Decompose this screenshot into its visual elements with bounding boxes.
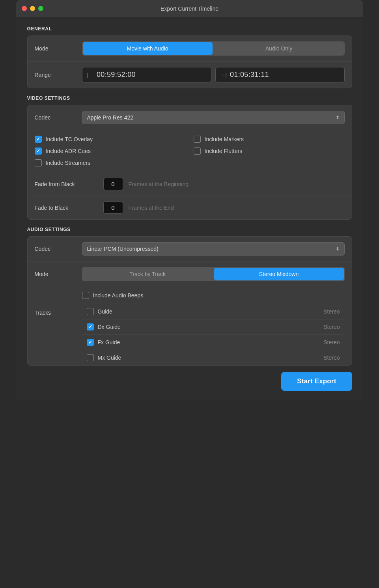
maximize-button[interactable] <box>38 6 43 11</box>
video-checkboxes-panel: ✓ Include TC Overlay Include Markers ✓ I… <box>28 130 352 172</box>
checkbox-adr-cues-check: ✓ <box>36 149 40 153</box>
audio-settings-panel: Codec Linear PCM (Uncompressed) ⬍ Mode T… <box>27 236 352 366</box>
track-dx-guide-left: ✓ Dx Guide <box>87 323 121 330</box>
checkbox-flutters[interactable]: Include Flutters <box>194 147 345 155</box>
checkbox-tc-overlay[interactable]: ✓ Include TC Overlay <box>35 136 186 143</box>
fade-from-black-desc: Frames at the Beginning <box>129 181 189 187</box>
checkbox-audio-beeps-label: Include Audio Beeps <box>93 292 144 299</box>
fade-to-black-row: Fade to Black 0 Frames at the End <box>28 196 352 219</box>
range-end-icon: →| <box>220 72 227 78</box>
track-guide-left: Guide <box>87 308 112 315</box>
checkbox-streamers-box[interactable] <box>35 159 42 166</box>
video-settings-panel: Codec Apple Pro Res 422 ⬍ ✓ Include TC O… <box>27 105 352 220</box>
checkbox-flutters-label: Include Flutters <box>205 148 243 154</box>
track-dx-guide: ✓ Dx Guide Stereo <box>82 319 345 335</box>
export-dialog: Export Current Timeline GENERAL Mode Mov… <box>16 0 363 400</box>
checkbox-adr-cues-box[interactable]: ✓ <box>35 147 42 155</box>
range-start-icon: |← <box>87 72 93 78</box>
checkbox-tc-overlay-check: ✓ <box>36 137 40 142</box>
fade-from-black-input[interactable]: 0 <box>103 178 123 190</box>
track-mx-guide-type: Stereo <box>323 355 340 361</box>
checkbox-flutters-box[interactable] <box>194 147 201 155</box>
tracks-row: Tracks Guide Stereo ✓ <box>28 304 352 365</box>
track-mx-guide: Mx Guide Stereo <box>82 350 345 365</box>
track-dx-guide-type: Stereo <box>323 324 340 330</box>
video-codec-row: Codec Apple Pro Res 422 ⬍ <box>28 105 352 130</box>
track-fx-guide: ✓ Fx Guide Stereo <box>82 335 345 350</box>
include-audio-beeps-row: Include Audio Beeps <box>28 287 352 304</box>
audio-mode-track-by-track-button[interactable]: Track by Track <box>83 268 213 280</box>
track-guide: Guide Stereo <box>82 304 345 319</box>
track-fx-guide-check: ✓ <box>88 340 92 345</box>
track-dx-guide-name: Dx Guide <box>98 324 121 330</box>
codec-arrow-icon: ⬍ <box>336 115 340 120</box>
audio-mode-segmented-control: Track by Track Stereo Mixdown <box>82 267 345 281</box>
traffic-lights <box>22 6 43 11</box>
mode-label: Mode <box>35 45 82 52</box>
audio-codec-arrow-icon: ⬍ <box>336 246 340 252</box>
audio-mode-row: Mode Track by Track Stereo Mixdown <box>28 261 352 287</box>
audio-codec-label: Codec <box>35 246 82 252</box>
track-dx-guide-check: ✓ <box>88 325 92 329</box>
mode-segmented-control: Movie with Audio Audio Only <box>82 41 345 56</box>
mode-audio-only-button[interactable]: Audio Only <box>214 42 344 55</box>
tracks-list: Guide Stereo ✓ Dx Guide Stereo <box>82 304 345 365</box>
window-title: Export Current Timeline <box>161 6 218 12</box>
audio-mode-label: Mode <box>35 271 82 277</box>
audio-codec-value: Linear PCM (Uncompressed) <box>87 246 159 252</box>
audio-mode-stereo-mixdown-button[interactable]: Stereo Mixdown <box>214 268 344 280</box>
checkbox-streamers-label: Include Streamers <box>46 160 91 166</box>
checkbox-audio-beeps-box[interactable] <box>82 292 89 299</box>
track-guide-name: Guide <box>98 308 112 315</box>
track-guide-type: Stereo <box>323 308 340 315</box>
video-codec-value: Apple Pro Res 422 <box>87 114 134 121</box>
minimize-button[interactable] <box>30 6 35 11</box>
checkbox-tc-overlay-box[interactable]: ✓ <box>35 136 42 143</box>
fade-from-black-label: Fade from Black <box>35 181 98 187</box>
track-mx-guide-checkbox[interactable] <box>87 354 94 361</box>
checkbox-adr-cues[interactable]: ✓ Include ADR Cues <box>35 147 186 155</box>
video-settings-section-label: VIDEO SETTINGS <box>27 95 352 101</box>
range-end-input[interactable]: →| 01:05:31:11 <box>215 67 345 82</box>
start-export-button[interactable]: Start Export <box>281 372 352 391</box>
video-codec-select[interactable]: Apple Pro Res 422 ⬍ <box>82 111 345 124</box>
checkbox-markers[interactable]: Include Markers <box>194 136 345 143</box>
checkbox-audio-beeps[interactable]: Include Audio Beeps <box>82 292 345 299</box>
range-container: |← 00:59:52:00 →| 01:05:31:11 <box>82 67 345 82</box>
track-mx-guide-name: Mx Guide <box>98 355 121 361</box>
track-fx-guide-type: Stereo <box>323 339 340 345</box>
range-label: Range <box>35 72 82 78</box>
footer: Start Export <box>27 366 352 392</box>
video-checkbox-grid: ✓ Include TC Overlay Include Markers ✓ I… <box>35 136 345 166</box>
audio-codec-select[interactable]: Linear PCM (Uncompressed) ⬍ <box>82 242 345 256</box>
tracks-label: Tracks <box>35 304 82 365</box>
checkbox-markers-box[interactable] <box>194 136 201 143</box>
track-fx-guide-name: Fx Guide <box>98 339 120 345</box>
fade-to-black-value: 0 <box>111 204 114 211</box>
checkbox-streamers[interactable]: Include Streamers <box>35 159 186 166</box>
fade-to-black-label: Fade to Black <box>35 205 98 211</box>
fade-to-black-desc: Frames at the End <box>129 205 174 211</box>
range-start-input[interactable]: |← 00:59:52:00 <box>82 67 211 82</box>
track-fx-guide-left: ✓ Fx Guide <box>87 339 120 346</box>
fade-to-black-input[interactable]: 0 <box>103 202 123 214</box>
fade-from-black-row: Fade from Black 0 Frames at the Beginnin… <box>28 172 352 196</box>
mode-movie-with-audio-button[interactable]: Movie with Audio <box>83 42 213 55</box>
general-section-label: GENERAL <box>27 26 352 32</box>
track-dx-guide-checkbox[interactable]: ✓ <box>87 323 94 330</box>
titlebar: Export Current Timeline <box>16 0 363 17</box>
track-guide-checkbox[interactable] <box>87 308 94 315</box>
video-codec-label: Codec <box>35 114 82 121</box>
range-start-value: 00:59:52:00 <box>97 71 136 79</box>
audio-codec-row: Codec Linear PCM (Uncompressed) ⬍ <box>28 237 352 261</box>
general-panel: Mode Movie with Audio Audio Only Range |… <box>27 35 352 88</box>
track-fx-guide-checkbox[interactable]: ✓ <box>87 339 94 346</box>
range-row: Range |← 00:59:52:00 →| 01:05:31:11 <box>28 62 352 88</box>
checkbox-adr-cues-label: Include ADR Cues <box>46 148 91 154</box>
audio-settings-section-label: AUDIO SETTINGS <box>27 227 352 232</box>
mode-row: Mode Movie with Audio Audio Only <box>28 36 352 62</box>
range-end-value: 01:05:31:11 <box>230 71 269 79</box>
fade-from-black-value: 0 <box>111 181 114 187</box>
checkbox-markers-label: Include Markers <box>205 136 244 142</box>
close-button[interactable] <box>22 6 27 11</box>
